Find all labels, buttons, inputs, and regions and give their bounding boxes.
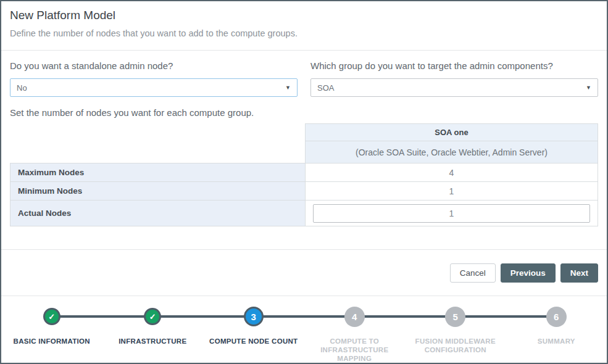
group-components-header: (Oracle SOA Suite, Oracle Webtier, Admin… <box>306 141 598 163</box>
step-label: Summary <box>538 337 575 345</box>
main-content: Do you want a standalone admin node? No … <box>1 51 607 250</box>
chevron-down-icon: ▼ <box>285 85 291 91</box>
button-bar: Cancel Previous Next <box>1 250 607 296</box>
step-label: Compute Node Count <box>209 337 298 345</box>
table-row: SOA one <box>10 124 598 141</box>
step-active-indicator[interactable]: 3 <box>244 307 264 326</box>
actual-nodes-input[interactable] <box>313 204 590 223</box>
dialog-header: New Platform Model Define the number of … <box>1 1 607 51</box>
compute-nodes-table: SOA one (Oracle SOA Suite, Oracle Webtie… <box>10 123 598 226</box>
previous-button[interactable]: Previous <box>501 263 556 283</box>
table-row: Minimum Nodes 1 <box>10 182 598 201</box>
step-compute-node-count: 3 Compute Node Count <box>203 296 304 363</box>
target-group-selected-value: SOA <box>317 83 586 93</box>
wizard-train: ✓ Basic Information ✓ Infrastructure 3 <box>1 296 607 363</box>
target-group-question-label: Which group do you want to target the ad… <box>310 59 598 73</box>
step-future-indicator[interactable]: 6 <box>546 307 567 327</box>
table-instruction-label: Set the number of nodes you want for eac… <box>10 107 598 118</box>
step-infrastructure: ✓ Infrastructure <box>102 296 204 363</box>
step-number: 6 <box>554 312 559 322</box>
admin-node-question-label: Do you want a standalone admin node? <box>10 59 298 73</box>
step-basic-information: ✓ Basic Information <box>1 296 102 363</box>
next-button[interactable]: Next <box>560 263 598 283</box>
step-number: 5 <box>453 312 458 322</box>
table-row: Actual Nodes <box>10 201 598 226</box>
actual-nodes-label: Actual Nodes <box>10 201 306 226</box>
minimum-nodes-label: Minimum Nodes <box>10 182 306 201</box>
cancel-button[interactable]: Cancel <box>450 263 496 283</box>
new-platform-model-dialog: New Platform Model Define the number of … <box>0 0 608 364</box>
check-icon: ✓ <box>149 312 156 321</box>
admin-node-selected-value: No <box>17 83 285 93</box>
group-name-header: SOA one <box>306 124 598 141</box>
check-icon: ✓ <box>48 312 55 321</box>
chevron-down-icon: ▼ <box>586 85 591 91</box>
admin-node-select[interactable]: No ▼ <box>10 78 298 97</box>
step-label: Basic Information <box>14 337 90 345</box>
step-label: Compute to Infrastructure Mapping <box>308 337 401 363</box>
target-group-select[interactable]: SOA ▼ <box>310 78 598 97</box>
step-completed-indicator[interactable]: ✓ <box>43 308 60 325</box>
step-number: 4 <box>352 312 357 322</box>
table-row: Maximum Nodes 4 <box>10 163 598 182</box>
step-label: Fusion Middleware Configuration <box>409 337 502 354</box>
minimum-nodes-value: 1 <box>306 182 598 201</box>
empty-cell <box>10 124 306 141</box>
page-subtitle: Define the number of nodes that you want… <box>10 28 598 38</box>
empty-cell <box>10 141 306 163</box>
step-compute-to-infrastructure-mapping: 4 Compute to Infrastructure Mapping <box>304 296 406 363</box>
page-title: New Platform Model <box>10 7 598 24</box>
table-row: (Oracle SOA Suite, Oracle Webtier, Admin… <box>10 141 598 163</box>
step-label: Infrastructure <box>119 337 186 345</box>
step-summary: 6 Summary <box>506 296 607 363</box>
step-future-indicator[interactable]: 4 <box>344 307 365 327</box>
maximum-nodes-value: 4 <box>306 163 598 182</box>
maximum-nodes-label: Maximum Nodes <box>10 163 306 182</box>
step-fusion-middleware-configuration: 5 Fusion Middleware Configuration <box>405 296 506 363</box>
step-number: 3 <box>251 312 256 322</box>
step-completed-indicator[interactable]: ✓ <box>144 308 161 325</box>
step-future-indicator[interactable]: 5 <box>445 307 465 327</box>
